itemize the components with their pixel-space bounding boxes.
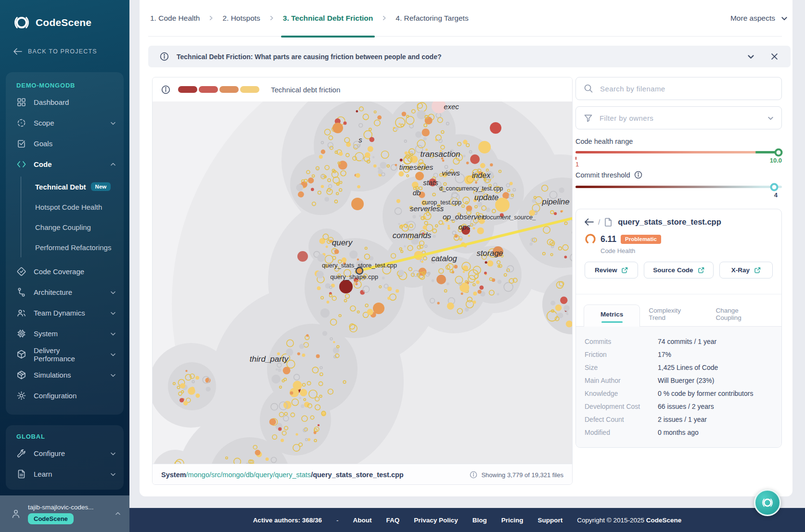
info-icon bbox=[160, 52, 169, 61]
chat-widget-button[interactable] bbox=[754, 489, 781, 516]
chevron-up-icon bbox=[110, 162, 116, 167]
svg-text:exec: exec bbox=[444, 102, 459, 111]
review-button[interactable]: Review bbox=[585, 262, 638, 279]
close-icon[interactable] bbox=[771, 53, 778, 60]
brand[interactable]: CodeScene bbox=[13, 13, 91, 32]
tab-refactoring-targets[interactable]: 4. Refactoring Targets bbox=[394, 0, 470, 37]
tab-metrics[interactable]: Metrics bbox=[584, 304, 640, 327]
svg-text:third_party: third_party bbox=[250, 355, 289, 364]
goals-icon bbox=[16, 139, 26, 149]
svg-text:db: db bbox=[413, 189, 421, 197]
breadcrumb-slash: / bbox=[598, 218, 600, 226]
chevron-down-icon bbox=[110, 331, 116, 337]
info-icon bbox=[470, 471, 477, 479]
sidebar-item-hotspot-code-health[interactable]: Hotspot Code Health bbox=[21, 197, 124, 217]
org-badge: CodeScene bbox=[28, 513, 74, 524]
viz-legend-label: Technical debt friction bbox=[271, 86, 340, 94]
footer-link-about[interactable]: About bbox=[353, 517, 371, 524]
table-row: Defect Count2 issues / 1 year bbox=[585, 413, 773, 426]
chevron-up-icon bbox=[115, 511, 121, 517]
svg-text:views: views bbox=[442, 169, 460, 177]
footer-link-pricing[interactable]: Pricing bbox=[501, 517, 524, 524]
table-row: Friction17% bbox=[585, 348, 773, 361]
tab-hotspots[interactable]: 2. Hotspots bbox=[220, 0, 262, 37]
footer: Active authors: 368/36 - About FAQ Priva… bbox=[129, 508, 805, 532]
package-icon bbox=[16, 349, 26, 359]
collapse-chevron-icon[interactable] bbox=[747, 53, 754, 60]
table-row: Modified0 months ago bbox=[585, 426, 773, 439]
svg-text:timeseries: timeseries bbox=[399, 163, 434, 171]
sidebar-item-code[interactable]: Code bbox=[6, 154, 124, 175]
sidebar-item-learn[interactable]: Learn bbox=[6, 464, 124, 484]
footer-link-blog[interactable]: Blog bbox=[473, 517, 487, 524]
table-row: Main AuthorWill Buerger (23%) bbox=[585, 374, 773, 387]
friction-color-scale bbox=[178, 86, 259, 93]
chevron-down-icon bbox=[110, 372, 116, 378]
banner-text: Technical Debt Friction: What parts are … bbox=[177, 53, 740, 61]
user-menu[interactable]: tajib-smajlovic-codes... CodeScene bbox=[0, 495, 129, 532]
code-icon bbox=[16, 159, 26, 169]
xray-button[interactable]: X-Ray bbox=[719, 262, 773, 279]
source-code-button[interactable]: Source Code bbox=[644, 262, 713, 279]
table-row: Commits74 commits / 1 year bbox=[585, 335, 773, 348]
sidebar-item-team-dynamics[interactable]: Team Dynamics bbox=[6, 303, 124, 323]
sidebar-item-simulations[interactable]: Simulations bbox=[6, 365, 124, 385]
svg-text:document_source_: document_source_ bbox=[483, 214, 537, 221]
commit-threshold-handle[interactable] bbox=[770, 183, 778, 191]
sidebar-item-change-coupling[interactable]: Change Coupling bbox=[21, 217, 124, 237]
search-input[interactable] bbox=[600, 85, 774, 93]
active-authors: Active authors: 368/36 bbox=[253, 517, 322, 524]
more-aspects-dropdown[interactable]: More aspects bbox=[730, 0, 788, 37]
chevron-down-icon bbox=[110, 352, 116, 357]
sidebar-item-scope[interactable]: Scope bbox=[6, 113, 124, 133]
info-icon[interactable] bbox=[634, 171, 642, 179]
table-row: Development Cost66 issues / 2 years bbox=[585, 400, 773, 413]
sidebar-item-dashboard[interactable]: Dashboard bbox=[6, 92, 124, 113]
footer-link-privacy[interactable]: Privacy Policy bbox=[414, 517, 458, 524]
tab-technical-debt-friction[interactable]: 3. Technical Debt Friction bbox=[281, 0, 375, 37]
main-content: 1. Code Health 2. Hotspots 3. Technical … bbox=[140, 0, 792, 496]
sidebar: CodeScene BACK TO PROJECTS DEMO-MONGODB … bbox=[0, 0, 129, 532]
gear-icon bbox=[16, 391, 26, 401]
sidebar-item-system[interactable]: System bbox=[6, 323, 124, 344]
detail-tabs: Metrics Complexity Trend Change Coupling bbox=[576, 294, 781, 327]
tab-complexity-trend[interactable]: Complexity Trend bbox=[640, 301, 707, 327]
external-link-icon bbox=[754, 267, 761, 274]
owner-filter-select[interactable]: Filter by owners bbox=[575, 106, 782, 129]
sidebar-item-configure[interactable]: Configure bbox=[6, 443, 124, 464]
back-arrow-icon[interactable] bbox=[585, 218, 594, 226]
svg-text:storage: storage bbox=[476, 249, 503, 257]
sidebar-item-architecture[interactable]: Architecture bbox=[6, 282, 124, 303]
chevron-down-icon bbox=[767, 115, 774, 121]
sidebar-item-goals[interactable]: Goals bbox=[6, 133, 124, 154]
info-banner: Technical Debt Friction: What parts are … bbox=[148, 46, 791, 67]
external-link-icon bbox=[698, 267, 704, 274]
sidebar-item-delivery-performance[interactable]: Delivery Performance bbox=[6, 344, 124, 365]
code-health-slider-handle[interactable] bbox=[775, 148, 783, 156]
codescene-chat-icon bbox=[760, 495, 775, 510]
sidebar-item-performed-refactorings[interactable]: Performed Refactorings bbox=[21, 237, 124, 257]
tab-change-coupling[interactable]: Change Coupling bbox=[707, 301, 774, 327]
info-icon[interactable] bbox=[161, 85, 170, 94]
footer-link-faq[interactable]: FAQ bbox=[386, 517, 399, 524]
footer-link-support[interactable]: Support bbox=[538, 517, 563, 524]
circle-packing-chart[interactable]: execstransactiontimeseriesviewsindexstat… bbox=[153, 101, 573, 464]
svg-text:ops: ops bbox=[459, 223, 471, 231]
sidebar-item-technical-debt[interactable]: Technical Debt New bbox=[21, 177, 124, 197]
sidebar-item-code-coverage[interactable]: Code Coverage bbox=[6, 261, 124, 282]
tab-code-health[interactable]: 1. Code Health bbox=[148, 0, 202, 37]
svg-text:d_concurrency_test.cpp: d_concurrency_test.cpp bbox=[439, 185, 503, 192]
viz-legend: Technical debt friction bbox=[153, 77, 572, 101]
code-health-range-slider[interactable] bbox=[575, 151, 782, 153]
score-label: Code Health bbox=[601, 247, 773, 254]
coverage-icon bbox=[16, 266, 26, 277]
chevron-right-icon bbox=[208, 15, 214, 21]
friction-visualization-card: Technical debt friction execstransaction… bbox=[152, 77, 573, 485]
chevron-down-icon bbox=[110, 471, 116, 477]
sidebar-item-configuration[interactable]: Configuration bbox=[6, 385, 124, 406]
commit-threshold-slider[interactable] bbox=[575, 186, 782, 188]
metrics-table: Commits74 commits / 1 year Friction17% S… bbox=[576, 326, 781, 447]
code-health-score: 6.11 bbox=[601, 234, 616, 244]
wrench-icon bbox=[16, 448, 26, 458]
back-to-projects-link[interactable]: BACK TO PROJECTS bbox=[13, 48, 97, 55]
